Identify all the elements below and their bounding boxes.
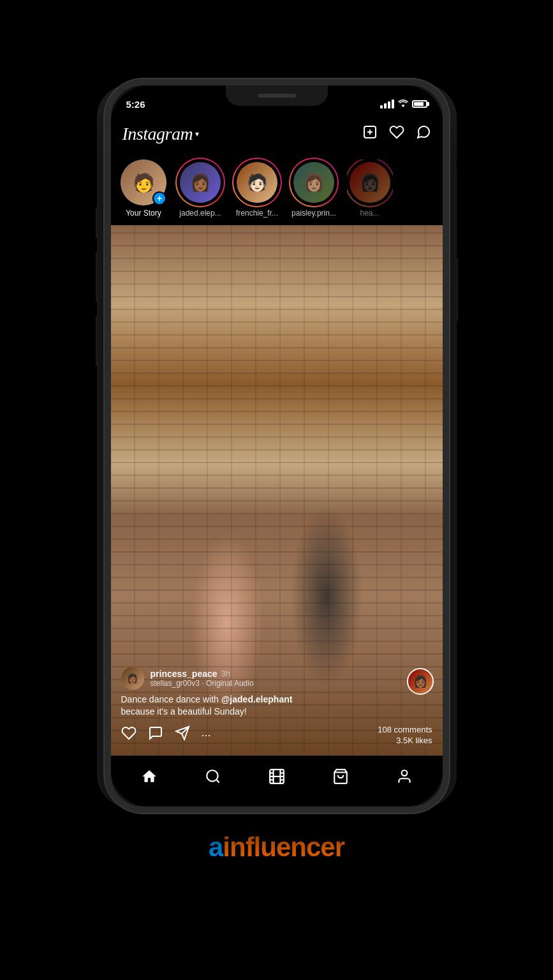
plus-icon: + <box>157 194 162 203</box>
header-actions <box>362 124 431 144</box>
post-user-avatar[interactable]: 👩🏾 <box>121 667 144 690</box>
story-item-jaded[interactable]: 👩🏾 jaded.elep... <box>177 160 225 218</box>
post-actions-left: ··· <box>121 725 211 745</box>
story-avatar-wrapper-paisley: 👩🏽 <box>291 160 337 205</box>
story-item-paisley[interactable]: 👩🏽 paisley.prin... <box>290 160 338 218</box>
speaker <box>258 94 296 98</box>
nav-home[interactable] <box>117 768 181 785</box>
messages-icon[interactable] <box>416 124 431 144</box>
post-user-row: 👩🏾 princess_peace 3h stellas_gr00v3 · Or… <box>121 667 432 690</box>
app-logo: Instagram <box>122 124 193 144</box>
notch <box>226 85 328 106</box>
post-caption: Dance dance dance with @jaded.elephant b… <box>121 694 432 718</box>
wifi-icon <box>398 99 408 109</box>
comment-button[interactable] <box>148 725 163 745</box>
nav-profile[interactable] <box>372 768 436 785</box>
story-label-paisley: paisley.prin... <box>291 209 336 218</box>
story-avatar-wrapper-hea: 👩🏿 <box>347 160 393 205</box>
post-time: 3h <box>221 669 230 678</box>
post-username[interactable]: princess_peace <box>151 669 218 679</box>
share-button[interactable] <box>175 725 190 745</box>
time-display: 5:26 <box>126 99 145 110</box>
add-story-button[interactable]: + <box>152 191 166 205</box>
brand-rest: influencer <box>223 832 344 862</box>
signal-icon <box>380 100 394 108</box>
more-options-button[interactable]: ··· <box>202 729 211 742</box>
brand-letter-a: a <box>209 832 223 862</box>
story-label-frenchie: frenchie_fr... <box>236 209 278 218</box>
post-actions-row: ··· 108 comments 3.5K likes <box>121 725 432 745</box>
battery-icon <box>412 100 427 108</box>
volume-mute-button <box>96 207 99 239</box>
story-label-hea: hea... <box>360 209 379 218</box>
story-ring-frenchie: 🧑🏻 <box>232 158 282 207</box>
app-header: Instagram ▾ <box>111 116 443 152</box>
story-item-hea[interactable]: 👩🏿 hea... <box>347 160 393 218</box>
post-overlay: 👩🏾 princess_peace 3h stellas_gr00v3 · Or… <box>111 659 443 755</box>
power-button <box>455 258 458 322</box>
nav-reels[interactable] <box>245 768 309 785</box>
post-user-info: princess_peace 3h stellas_gr00v3 · Origi… <box>151 669 254 688</box>
phone-mockup: 5:26 <box>105 79 449 813</box>
dropdown-arrow-icon[interactable]: ▾ <box>195 130 199 138</box>
notifications-icon[interactable] <box>389 124 404 144</box>
your-story-label: Your Story <box>126 209 161 218</box>
post-audio: stellas_gr00v3 · Original Audio <box>151 679 254 688</box>
create-icon[interactable] <box>362 124 378 144</box>
svg-point-5 <box>207 770 218 781</box>
volume-down-button <box>96 315 99 366</box>
story-avatar-wrapper-jaded: 👩🏾 <box>177 160 223 205</box>
branding-text: ainfluencer <box>209 832 344 863</box>
volume-up-button <box>96 251 99 302</box>
your-story-avatar-wrapper: 🧑 + <box>121 160 166 205</box>
like-button[interactable] <box>121 725 136 745</box>
mention-link[interactable]: @jaded.elephant <box>221 694 293 704</box>
story-avatar-wrapper-frenchie: 🧑🏻 <box>234 160 280 205</box>
feed-post: 👩🏾 👩🏾 princess_peace 3h <box>111 225 443 755</box>
story-label-jaded: jaded.elep... <box>179 209 221 218</box>
nav-shop[interactable] <box>309 768 372 785</box>
post-stats: 108 comments 3.5K likes <box>378 725 432 745</box>
svg-line-6 <box>216 780 219 783</box>
story-item-frenchie[interactable]: 🧑🏻 frenchie_fr... <box>233 160 281 218</box>
phone-screen: 5:26 <box>111 85 443 806</box>
story-ring-hea: 👩🏿 <box>347 160 393 207</box>
phone-frame: 5:26 <box>105 79 449 813</box>
story-ring-paisley: 👩🏽 <box>289 158 339 207</box>
likes-count: 3.5K likes <box>396 736 432 745</box>
stories-row: 🧑 + Your Story 👩🏾 <box>111 152 443 225</box>
comments-count: 108 comments <box>378 725 432 734</box>
logo-area: Instagram ▾ <box>122 124 200 144</box>
story-ring-jaded: 👩🏾 <box>175 158 225 207</box>
status-icons <box>380 99 427 109</box>
story-item-your-story[interactable]: 🧑 + Your Story <box>120 160 168 218</box>
svg-point-16 <box>401 770 407 776</box>
nav-search[interactable] <box>181 768 245 785</box>
bottom-nav <box>111 755 443 806</box>
